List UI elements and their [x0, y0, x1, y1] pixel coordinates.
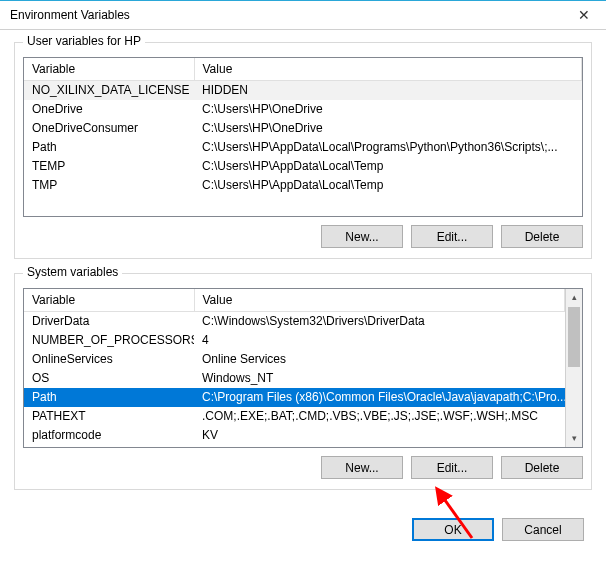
table-row[interactable]: platformcode KV	[24, 426, 565, 445]
var-name: OnlineServices	[24, 350, 194, 369]
var-name: NUMBER_OF_PROCESSORS	[24, 331, 194, 350]
user-new-button[interactable]: New...	[321, 225, 403, 248]
var-value: C:\Users\HP\AppData\Local\Programs\Pytho…	[194, 138, 582, 157]
table-row[interactable]: OneDrive C:\Users\HP\OneDrive	[24, 100, 582, 119]
ok-button[interactable]: OK	[412, 518, 494, 541]
system-buttons: New... Edit... Delete	[23, 456, 583, 479]
var-value: C:\Users\HP\OneDrive	[194, 119, 582, 138]
close-icon: ✕	[578, 7, 590, 23]
user-buttons: New... Edit... Delete	[23, 225, 583, 248]
var-value: KV	[194, 426, 565, 445]
cancel-button[interactable]: Cancel	[502, 518, 584, 541]
user-col-value[interactable]: Value	[194, 58, 582, 81]
system-delete-button[interactable]: Delete	[501, 456, 583, 479]
var-value: Online Services	[194, 350, 565, 369]
system-scrollbar[interactable]: ▴ ▾	[565, 289, 582, 447]
table-row[interactable]: DriverData C:\Windows\System32\Drivers\D…	[24, 312, 565, 331]
close-button[interactable]: ✕	[561, 1, 606, 29]
scroll-up-icon[interactable]: ▴	[566, 289, 582, 306]
table-row[interactable]: OS Windows_NT	[24, 369, 565, 388]
titlebar: Environment Variables ✕	[0, 0, 606, 30]
table-row-selected[interactable]: Path C:\Program Files (x86)\Common Files…	[24, 388, 565, 407]
var-name: Path	[24, 138, 194, 157]
system-variables-table[interactable]: Variable Value DriverData C:\Windows\Sys…	[24, 289, 565, 445]
var-name: platformcode	[24, 426, 194, 445]
user-variables-table-wrap: Variable Value NO_XILINX_DATA_LICENSE HI…	[23, 57, 583, 217]
system-variables-group: System variables Variable Value DriverDa…	[14, 273, 592, 490]
user-variables-table[interactable]: Variable Value NO_XILINX_DATA_LICENSE HI…	[24, 58, 582, 195]
table-row[interactable]: Path C:\Users\HP\AppData\Local\Programs\…	[24, 138, 582, 157]
var-value: C:\Users\HP\AppData\Local\Temp	[194, 157, 582, 176]
var-value: 4	[194, 331, 565, 350]
user-delete-button[interactable]: Delete	[501, 225, 583, 248]
system-variables-table-wrap: Variable Value DriverData C:\Windows\Sys…	[23, 288, 583, 448]
user-col-variable[interactable]: Variable	[24, 58, 194, 81]
var-value: .COM;.EXE;.BAT;.CMD;.VBS;.VBE;.JS;.JSE;.…	[194, 407, 565, 426]
var-name: OneDriveConsumer	[24, 119, 194, 138]
var-value: C:\Users\HP\AppData\Local\Temp	[194, 176, 582, 195]
scroll-thumb[interactable]	[568, 307, 580, 367]
user-variables-group: User variables for HP Variable Value NO_…	[14, 42, 592, 259]
var-name: Path	[24, 388, 194, 407]
table-row[interactable]: NO_XILINX_DATA_LICENSE HIDDEN	[24, 81, 582, 100]
table-row[interactable]: PATHEXT .COM;.EXE;.BAT;.CMD;.VBS;.VBE;.J…	[24, 407, 565, 426]
table-row[interactable]: OneDriveConsumer C:\Users\HP\OneDrive	[24, 119, 582, 138]
var-name: TMP	[24, 176, 194, 195]
system-col-variable[interactable]: Variable	[24, 289, 194, 312]
var-value: HIDDEN	[194, 81, 582, 100]
var-value: C:\Windows\System32\Drivers\DriverData	[194, 312, 565, 331]
var-name: OneDrive	[24, 100, 194, 119]
var-name: TEMP	[24, 157, 194, 176]
var-name: PATHEXT	[24, 407, 194, 426]
var-name: DriverData	[24, 312, 194, 331]
table-row[interactable]: TEMP C:\Users\HP\AppData\Local\Temp	[24, 157, 582, 176]
var-value: Windows_NT	[194, 369, 565, 388]
dialog-content: User variables for HP Variable Value NO_…	[0, 30, 606, 514]
var-name: NO_XILINX_DATA_LICENSE	[24, 81, 194, 100]
table-row[interactable]: OnlineServices Online Services	[24, 350, 565, 369]
dialog-footer: OK Cancel	[0, 514, 606, 551]
system-new-button[interactable]: New...	[321, 456, 403, 479]
user-group-label: User variables for HP	[23, 34, 145, 48]
var-value: C:\Program Files (x86)\Common Files\Orac…	[194, 388, 565, 407]
var-name: OS	[24, 369, 194, 388]
user-edit-button[interactable]: Edit...	[411, 225, 493, 248]
system-group-label: System variables	[23, 265, 122, 279]
table-row[interactable]: TMP C:\Users\HP\AppData\Local\Temp	[24, 176, 582, 195]
table-row[interactable]: NUMBER_OF_PROCESSORS 4	[24, 331, 565, 350]
system-col-value[interactable]: Value	[194, 289, 565, 312]
system-edit-button[interactable]: Edit...	[411, 456, 493, 479]
var-value: C:\Users\HP\OneDrive	[194, 100, 582, 119]
window-title: Environment Variables	[10, 8, 130, 22]
scroll-down-icon[interactable]: ▾	[566, 430, 582, 447]
